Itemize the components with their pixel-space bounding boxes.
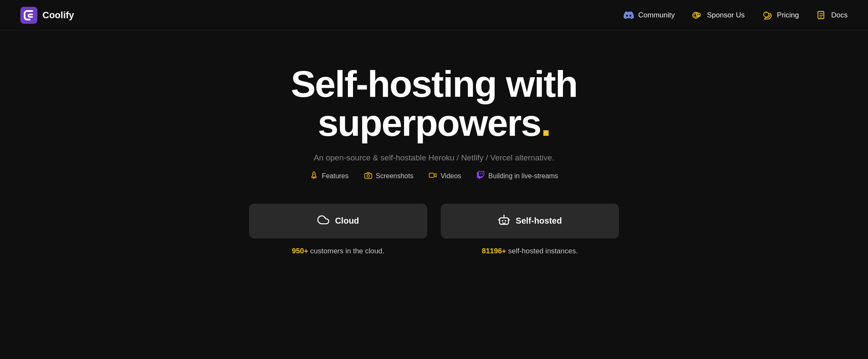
cta-stats: 950+ customers in the cloud. 81196+ self… — [243, 247, 625, 255]
selfhosted-stat: 81196+ self-hosted instances. — [441, 247, 619, 255]
video-icon — [428, 171, 437, 182]
videos-link[interactable]: Videos — [428, 171, 461, 182]
livestreams-label: Building in live-streams — [488, 172, 558, 180]
nav-docs[interactable]: Docs — [816, 10, 848, 21]
features-link[interactable]: Features — [310, 171, 348, 182]
selfhosted-stat-highlight: 81196+ — [482, 247, 506, 255]
videos-label: Videos — [440, 172, 461, 180]
selfhosted-button[interactable]: Self-hosted — [441, 204, 619, 238]
screenshots-link[interactable]: Screenshots — [364, 171, 414, 182]
svg-rect-8 — [364, 174, 372, 179]
coins-icon — [692, 10, 703, 21]
hero-subtitle: An open-source & self-hostable Heroku / … — [314, 153, 554, 163]
brand-name: Coolify — [42, 10, 74, 21]
cloud-icon — [317, 214, 329, 228]
rocket-icon — [310, 171, 318, 182]
coolify-logo-icon — [20, 7, 37, 24]
cloud-button[interactable]: Cloud — [249, 204, 427, 238]
camera-icon — [364, 171, 372, 182]
nav-sponsor[interactable]: Sponsor Us — [692, 10, 745, 21]
selfhosted-button-label: Self-hosted — [516, 216, 562, 226]
robot-icon — [498, 214, 510, 228]
svg-rect-11 — [429, 173, 434, 177]
nav-sponsor-label: Sponsor Us — [707, 11, 745, 20]
selfhosted-stat-text: self-hosted instances. — [506, 247, 578, 255]
nav-links: Community Sponsor Us — [623, 10, 848, 21]
svg-point-9 — [367, 175, 370, 177]
svg-point-5 — [765, 13, 766, 14]
nav-pricing[interactable]: Pricing — [762, 10, 799, 21]
navbar: Coolify Community Sponsor Us — [0, 0, 868, 31]
svg-point-10 — [370, 174, 371, 175]
nav-docs-label: Docs — [831, 11, 848, 20]
hero-feature-links: Features Screenshots Video — [310, 171, 558, 182]
hero-section: Self-hosting with superpowers. An open-s… — [0, 31, 868, 281]
discord-icon — [623, 10, 634, 21]
svg-point-14 — [504, 220, 506, 222]
logo-link[interactable]: Coolify — [20, 7, 74, 24]
nav-community-label: Community — [638, 11, 675, 20]
svg-point-13 — [501, 220, 503, 222]
piggy-icon — [762, 10, 773, 21]
cloud-button-label: Cloud — [335, 216, 359, 226]
cta-section: Cloud Self-hosted — [243, 204, 625, 238]
svg-point-15 — [503, 215, 504, 216]
svg-point-7 — [314, 174, 315, 175]
screenshots-label: Screenshots — [376, 172, 414, 180]
features-label: Features — [322, 172, 348, 180]
hero-title-text: Self-hosting with superpowers — [291, 63, 577, 144]
twitch-icon — [476, 171, 485, 182]
hero-title-dot: . — [541, 102, 550, 144]
nav-pricing-label: Pricing — [777, 11, 799, 20]
cloud-stat-text: customers in the cloud. — [308, 247, 384, 255]
hero-title: Self-hosting with superpowers. — [179, 65, 689, 143]
cloud-stat: 950+ customers in the cloud. — [249, 247, 427, 255]
cloud-stat-highlight: 950+ — [292, 247, 308, 255]
book-icon — [816, 10, 827, 21]
livestreams-link[interactable]: Building in live-streams — [476, 171, 558, 182]
nav-community[interactable]: Community — [623, 10, 675, 21]
